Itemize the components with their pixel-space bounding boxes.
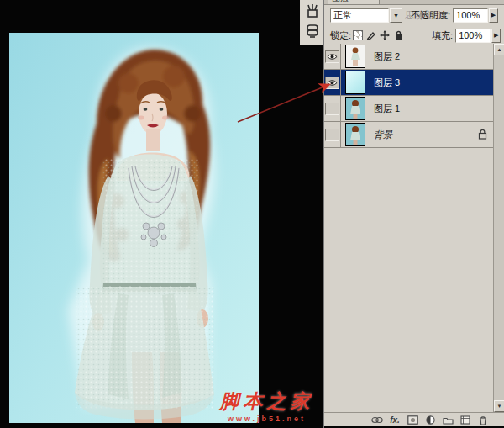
add-layer-mask-icon[interactable] xyxy=(407,415,418,425)
layer-thumbnail[interactable] xyxy=(345,97,365,120)
opacity-value[interactable]: 100% xyxy=(453,8,488,23)
layer-style-fx-icon[interactable]: fx. xyxy=(389,415,401,425)
link-layers-icon[interactable] xyxy=(371,415,383,425)
blend-mode-row: 正常 ▼ 不透明度: 100% ▶ 思缘设计 xyxy=(324,5,504,25)
toolbox-edge-strip xyxy=(300,0,326,45)
new-group-folder-icon[interactable] xyxy=(442,415,454,425)
blend-mode-select[interactable]: 正常 xyxy=(330,8,389,23)
lock-row: 锁定: 填充: 100% ▶ xyxy=(324,25,504,45)
scroll-up-icon[interactable]: ▲ xyxy=(494,44,504,55)
layer-row-layer2[interactable]: 图层 2 xyxy=(324,44,494,70)
layer-name[interactable]: 图层 3 xyxy=(374,77,400,89)
visibility-cell[interactable] xyxy=(324,96,341,121)
layers-scrollbar[interactable]: ▲ ▼ xyxy=(493,44,504,412)
visibility-cell[interactable] xyxy=(324,122,341,147)
opacity-label: 不透明度: xyxy=(411,9,450,22)
layer-name[interactable]: 图层 1 xyxy=(374,103,400,115)
eye-icon xyxy=(327,53,338,61)
new-adjustment-layer-icon[interactable] xyxy=(424,415,436,425)
stacked-shapes-tool-icon[interactable] xyxy=(303,22,322,40)
eye-icon xyxy=(327,79,338,87)
fill-slider-arrow-icon[interactable]: ▶ xyxy=(491,29,501,43)
lock-position-move-icon[interactable] xyxy=(380,30,390,40)
layer-thumbnail[interactable] xyxy=(345,71,365,94)
new-layer-icon[interactable] xyxy=(459,415,471,425)
fill-value[interactable]: 100% xyxy=(455,29,491,43)
layer-name[interactable]: 背景 xyxy=(374,129,392,141)
visibility-cell[interactable] xyxy=(324,44,341,69)
layer-row-background[interactable]: 背景 xyxy=(324,122,494,148)
fill-label: 填充: xyxy=(432,29,453,42)
blend-mode-dropdown-arrow-icon[interactable]: ▼ xyxy=(390,8,402,23)
layer-thumbnail[interactable] xyxy=(345,123,365,146)
delete-layer-trash-icon[interactable] xyxy=(477,415,489,425)
visibility-empty-box[interactable] xyxy=(325,129,339,141)
brush-cup-tool-icon[interactable] xyxy=(303,2,322,20)
layer-thumbnail[interactable] xyxy=(345,45,365,68)
opacity-slider-arrow-icon[interactable]: ▶ xyxy=(489,8,498,23)
visibility-empty-box[interactable] xyxy=(325,103,339,115)
layers-panel: 图层 正常 ▼ 不透明度: 100% ▶ 思缘设计 锁定: 填充: 100% ▶ xyxy=(323,0,504,428)
scroll-down-icon[interactable]: ▼ xyxy=(494,400,504,412)
layer-row-layer1[interactable]: 图层 1 xyxy=(324,96,494,122)
lock-all-padlock-icon[interactable] xyxy=(393,30,403,40)
layer-row-layer3-selected[interactable]: 图层 3 xyxy=(324,70,494,96)
model-illustration xyxy=(9,33,259,423)
background-lock-icon xyxy=(478,129,487,140)
lock-transparency-icon[interactable] xyxy=(353,30,363,40)
layers-panel-bottom-bar: fx. xyxy=(324,412,504,427)
visibility-cell[interactable] xyxy=(324,70,341,95)
lock-label: 锁定: xyxy=(330,29,351,42)
document-canvas-image xyxy=(9,33,259,423)
layer-name[interactable]: 图层 2 xyxy=(374,50,400,63)
lock-pixels-brush-icon[interactable] xyxy=(366,30,376,40)
layers-list: 图层 2 图层 3 图层 1 背景 xyxy=(324,44,494,148)
